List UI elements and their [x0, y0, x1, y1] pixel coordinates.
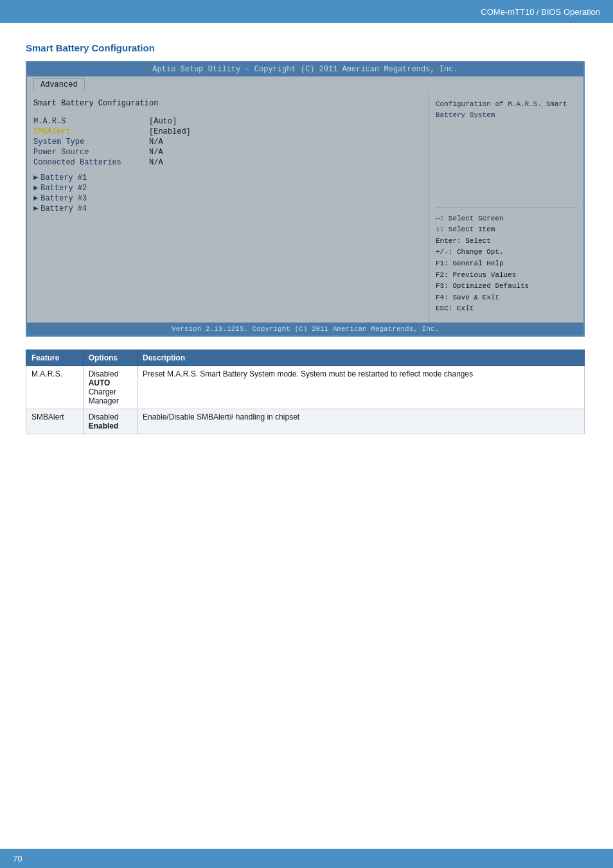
- bios-right-panel: Configuration of M.A.R.S. Smart Battery …: [429, 91, 583, 323]
- bios-arrow-battery1: ►: [33, 173, 38, 182]
- bios-inner: Smart Battery Configuration M.A.R.S [Aut…: [27, 91, 583, 323]
- bios-label-system-type: System Type: [33, 137, 149, 146]
- bios-tabbar: Advanced: [27, 76, 583, 91]
- bios-value-power-source: N/A: [149, 148, 163, 157]
- table-header-description: Description: [138, 350, 585, 366]
- table-cell-description-smbalert: Enable/Disable SMBAlert# handling in chi…: [138, 409, 585, 434]
- table-cell-options-smbalert: Disabled Enabled: [83, 409, 137, 434]
- bios-keycode-select-screen: ↔: Select Screen: [436, 213, 577, 225]
- option-bold-auto: AUTO: [89, 378, 111, 387]
- header-title: COMe-mTT10 / BIOS Operation: [481, 7, 600, 17]
- bios-keycode-f2: F2: Previous Values: [436, 270, 577, 281]
- bios-submenu-label-battery2: Battery #2: [40, 184, 87, 193]
- table-row: M.A.R.S. Disabled AUTO Charger Manager P…: [26, 366, 585, 409]
- table-row: SMBAlert Disabled Enabled Enable/Disable…: [26, 409, 585, 434]
- bios-topbar: Aptio Setup Utility – Copyright (C) 2011…: [27, 62, 583, 76]
- bios-field-system-type: System Type N/A: [33, 137, 422, 146]
- bios-field-mars: M.A.R.S [Auto]: [33, 117, 422, 126]
- bios-submenu-label-battery4: Battery #4: [40, 204, 87, 213]
- bios-submenu-battery1[interactable]: ► Battery #1: [33, 173, 422, 182]
- bios-arrow-battery2: ►: [33, 184, 38, 193]
- bios-field-connected-batteries: Connected Batteries N/A: [33, 158, 422, 167]
- bios-keycode-select-item: ↕: Select Item: [436, 224, 577, 236]
- bios-left-panel: Smart Battery Configuration M.A.R.S [Aut…: [27, 91, 429, 323]
- bios-tab-advanced[interactable]: Advanced: [33, 78, 85, 91]
- bios-keycode-f1: F1: General Help: [436, 258, 577, 270]
- bios-keycode-change-opt: +/-: Change Opt.: [436, 247, 577, 258]
- bios-value-connected-batteries: N/A: [149, 158, 163, 167]
- header-bar: COMe-mTT10 / BIOS Operation: [0, 0, 613, 23]
- bios-container: Aptio Setup Utility – Copyright (C) 2011…: [26, 61, 585, 337]
- bios-label-mars: M.A.R.S: [33, 117, 149, 126]
- feature-table: Feature Options Description M.A.R.S. Dis…: [26, 350, 585, 434]
- bios-value-mars: [Auto]: [149, 117, 177, 126]
- bios-arrow-battery4: ►: [33, 204, 38, 213]
- bios-keycode-f4: F4: Save & Exit: [436, 292, 577, 304]
- bios-help-text: Configuration of M.A.R.S. Smart Battery …: [436, 99, 577, 120]
- option-bold-enabled: Enabled: [89, 421, 119, 430]
- bios-submenu-battery4[interactable]: ► Battery #4: [33, 204, 422, 213]
- bios-field-smbalert: SMBAlert [Enabled]: [33, 127, 422, 136]
- table-cell-feature-smbalert: SMBAlert: [26, 409, 84, 434]
- bios-field-power-source: Power Source N/A: [33, 148, 422, 157]
- bios-submenu-label-battery3: Battery #3: [40, 194, 87, 203]
- bios-label-smbalert: SMBAlert: [33, 127, 149, 136]
- bios-keycodes: ↔: Select Screen ↕: Select Item Enter: S…: [436, 208, 577, 315]
- bios-keycode-esc: ESC: Exit: [436, 303, 577, 315]
- table-header-options: Options: [83, 350, 137, 366]
- section-title: Smart Battery Configuration: [26, 42, 587, 53]
- footer-page-number: 70: [13, 854, 22, 864]
- bios-value-smbalert: [Enabled]: [149, 127, 191, 136]
- footer-bar: 70: [0, 849, 613, 868]
- table-cell-options-mars: Disabled AUTO Charger Manager: [83, 366, 137, 409]
- bios-keycode-f3: F3: Optimized Defaults: [436, 281, 577, 292]
- bios-submenu-label-battery1: Battery #1: [40, 173, 87, 182]
- main-content: Smart Battery Configuration Aptio Setup …: [0, 23, 613, 460]
- bios-value-system-type: N/A: [149, 137, 163, 146]
- bios-arrow-battery3: ►: [33, 194, 38, 203]
- bios-screen-title: Smart Battery Configuration: [33, 99, 422, 108]
- bios-keycode-enter: Enter: Select: [436, 236, 577, 247]
- bios-label-power-source: Power Source: [33, 148, 149, 157]
- bios-submenus: ► Battery #1 ► Battery #2 ► Battery #3 ►…: [33, 173, 422, 213]
- bios-submenu-battery2[interactable]: ► Battery #2: [33, 184, 422, 193]
- bios-submenu-battery3[interactable]: ► Battery #3: [33, 194, 422, 203]
- bios-bottombar: Version 2.13.1215. Copyright (C) 2011 Am…: [27, 323, 583, 335]
- table-cell-description-mars: Preset M.A.R.S. Smart Battery System mod…: [138, 366, 585, 409]
- table-header-feature: Feature: [26, 350, 84, 366]
- table-cell-feature-mars: M.A.R.S.: [26, 366, 84, 409]
- bios-label-connected-batteries: Connected Batteries: [33, 158, 149, 167]
